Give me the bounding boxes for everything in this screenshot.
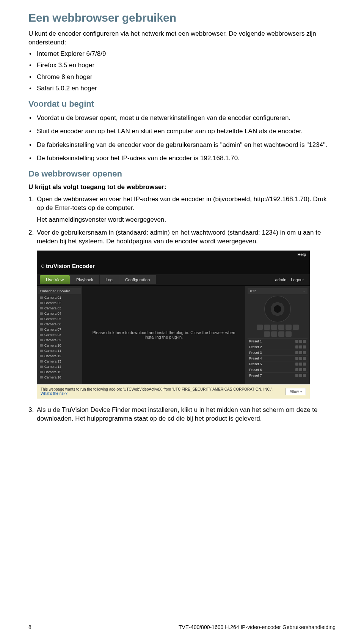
camera-item[interactable]: Camera 14 <box>38 364 81 369</box>
step-substep: Het aanmeldingsvenster wordt weergegeven… <box>37 215 336 224</box>
list-item: De fabrieksinstelling voor het IP-adres … <box>37 154 336 162</box>
tab-live-view[interactable]: Live View <box>40 275 70 284</box>
preset-row[interactable]: Preset 7 <box>248 372 308 378</box>
page-number: 8 <box>28 624 31 630</box>
step-number: 3. <box>28 405 34 414</box>
preset-row[interactable]: Preset 3 <box>248 350 308 355</box>
ss-infobar: This webpage wants to run the following … <box>37 384 310 399</box>
camera-item[interactable]: Camera 13 <box>38 359 81 364</box>
camera-item[interactable]: Camera 06 <box>38 322 81 327</box>
ptz-btn[interactable] <box>257 325 263 330</box>
procedure-intro: U krijgt als volgt toegang tot de webbro… <box>28 183 336 191</box>
allow-button[interactable]: Allow <box>286 388 306 395</box>
ss-camera-sidebar: Embedded Encoder Camera 01 Camera 02 Cam… <box>37 286 82 384</box>
camera-item[interactable]: Camera 10 <box>38 343 81 348</box>
ptz-btn[interactable] <box>278 325 284 330</box>
logout-link[interactable]: Logout <box>291 278 304 282</box>
section-heading: Een webbrowser gebruiken <box>28 11 336 24</box>
ptz-button-row <box>248 325 308 330</box>
brand-text: truVision Encoder <box>46 263 95 269</box>
ptz-btn[interactable] <box>264 325 270 330</box>
camera-item[interactable]: Camera 15 <box>38 369 81 375</box>
tab-log[interactable]: Log <box>100 275 119 284</box>
list-item: Firefox 3.5 en hoger <box>37 61 336 69</box>
ptz-button-row <box>248 331 308 337</box>
ptz-btn[interactable] <box>271 325 277 330</box>
step-number: 1. <box>28 195 34 203</box>
step-2: 2. Voer de gebruikersnaam in (standaard:… <box>37 228 336 246</box>
camera-item[interactable]: Camera 09 <box>38 337 81 343</box>
camera-item[interactable]: Camera 02 <box>38 300 81 306</box>
camera-item[interactable]: Camera 04 <box>38 311 81 316</box>
list-item: Safari 5.0.2 en hoger <box>37 84 336 93</box>
browser-list: Internet Explorer 6/7/8/9 Firefox 3.5 en… <box>28 49 336 93</box>
intro-paragraph: U kunt de encoder configureren via het n… <box>28 30 336 47</box>
preset-row[interactable]: Preset 6 <box>248 367 308 372</box>
before-begin-list: Voordat u de browser opent, moet u de ne… <box>28 114 336 163</box>
help-link[interactable]: Help <box>297 252 306 257</box>
infobar-text: This webpage wants to run the following … <box>41 387 273 391</box>
subheading-before-begin: Voordat u begint <box>28 99 336 109</box>
enter-key-text: Enter <box>55 204 70 211</box>
sidebar-header: Embedded Encoder <box>38 288 81 294</box>
step-number: 2. <box>28 228 34 237</box>
collapse-icon[interactable]: ⌄ <box>302 289 305 293</box>
camera-item[interactable]: Camera 01 <box>38 295 81 300</box>
list-item: Chrome 8 en hoger <box>37 73 336 81</box>
list-item: De fabrieksinstelling van de encoder voo… <box>37 140 336 149</box>
tab-configuration[interactable]: Configuration <box>119 275 156 284</box>
list-item: Internet Explorer 6/7/8/9 <box>37 49 336 58</box>
tab-playback[interactable]: Playback <box>70 275 100 284</box>
ptz-wheel-icon[interactable] <box>264 296 291 322</box>
camera-item[interactable]: Camera 05 <box>38 316 81 322</box>
doc-title: TVE-400/800-1600 H.264 IP-video-encoder … <box>179 624 336 630</box>
preset-row[interactable]: Preset 4 <box>248 355 308 361</box>
preset-row[interactable]: Preset 1 <box>248 338 308 344</box>
ptz-btn[interactable] <box>293 325 299 330</box>
ss-body: Embedded Encoder Camera 01 Camera 02 Cam… <box>37 285 310 384</box>
camera-item[interactable]: Camera 07 <box>38 327 81 332</box>
preset-row[interactable]: Preset 2 <box>248 344 308 350</box>
ptz-btn[interactable] <box>264 331 270 337</box>
ss-nav-bar: Live View Playback Log Configuration adm… <box>37 274 310 285</box>
camera-item[interactable]: Camera 12 <box>38 353 81 359</box>
ptz-btn[interactable] <box>278 331 284 337</box>
ptz-label: PTZ <box>250 289 256 293</box>
plugin-download-link[interactable]: Please click here to download and instal… <box>86 330 242 339</box>
subheading-open-browser: De webbrowser openen <box>28 169 336 179</box>
infobar-risk-link[interactable]: What's the risk? <box>41 391 67 396</box>
ss-top-bar: Help <box>37 251 310 260</box>
encoder-ui-screenshot: Help truVision Encoder Live View Playbac… <box>37 251 310 399</box>
camera-item[interactable]: Camera 11 <box>38 348 81 353</box>
ss-brand-bar: truVision Encoder <box>37 260 310 274</box>
camera-item[interactable]: Camera 03 <box>38 306 81 311</box>
procedure-list: 1. Open de webbrowser en voer het IP-adr… <box>28 195 336 246</box>
ptz-btn[interactable] <box>286 331 292 337</box>
ss-ptz-panel: PTZ ⌄ Preset 1 Preset 2 Preset 3 Preset … <box>245 286 310 384</box>
ptz-btn[interactable] <box>271 331 277 337</box>
step-text: Als u de TruVision Device Finder moet in… <box>37 406 318 422</box>
step-text: -toets op de computer. <box>70 204 134 211</box>
page-footer: 8 TVE-400/800-1600 H.264 IP-video-encode… <box>28 624 336 630</box>
brand-icon <box>41 265 44 268</box>
step-text: Voer de gebruikersnaam in (standaard: ad… <box>37 229 321 245</box>
list-item: Sluit de encoder aan op het LAN en sluit… <box>37 127 336 136</box>
camera-item[interactable]: Camera 08 <box>38 332 81 337</box>
ss-main-viewport[interactable]: Please click here to download and instal… <box>82 286 245 384</box>
camera-item[interactable]: Camera 16 <box>38 375 81 380</box>
ptz-btn[interactable] <box>286 325 292 330</box>
step-3: 3. Als u de TruVision Device Finder moet… <box>37 405 336 423</box>
list-item: Voordat u de browser opent, moet u de ne… <box>37 114 336 122</box>
preset-row[interactable]: Preset 5 <box>248 361 308 367</box>
current-user-label: admin <box>275 278 286 282</box>
procedure-list-cont: 3. Als u de TruVision Device Finder moet… <box>28 405 336 423</box>
step-1: 1. Open de webbrowser en voer het IP-adr… <box>37 195 336 224</box>
